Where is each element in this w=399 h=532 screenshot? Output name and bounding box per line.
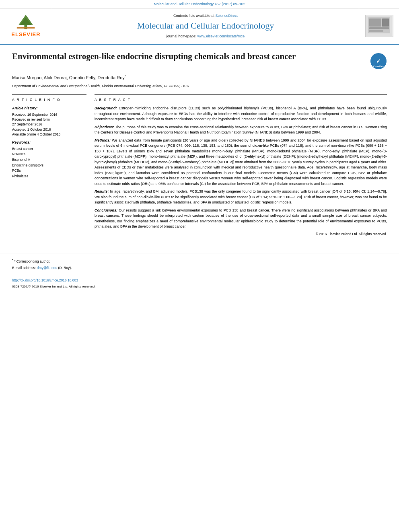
svg-rect-11 xyxy=(369,30,383,32)
copyright-line: © 2016 Elsevier Ireland Ltd. All rights … xyxy=(95,232,387,237)
article-title: Environmental estrogen-like endocrine di… xyxy=(12,51,370,62)
corresponding-author-note: * * Corresponding author. xyxy=(12,258,387,264)
main-content: Environmental estrogen-like endocrine di… xyxy=(0,45,399,245)
journal-header: ELSEVIER Contents lists available at Sci… xyxy=(0,8,399,45)
doi-link[interactable]: http://dx.doi.org/10.1016/j.mce.2016.10.… xyxy=(12,278,78,282)
doi-line: http://dx.doi.org/10.1016/j.mce.2016.10.… xyxy=(12,278,387,283)
svg-rect-8 xyxy=(369,18,381,27)
journal-top-bar: Molecular and Cellular Endocrinology 457… xyxy=(0,0,399,8)
svg-rect-10 xyxy=(369,27,389,29)
svg-rect-1 xyxy=(25,25,27,29)
footer-section: * * Corresponding author. E-mail address… xyxy=(0,258,399,295)
abstract-column: A B S T R A C T Background: Estrogen-mim… xyxy=(95,94,387,236)
footer-rule xyxy=(0,253,399,253)
abstract-heading: A B S T R A C T xyxy=(95,98,387,103)
article-info-heading: A R T I C L E I N F O xyxy=(12,98,86,103)
journal-title: Molecular and Cellular Endocrinology xyxy=(137,21,274,31)
article-history-label: Article history: xyxy=(12,106,86,111)
elsevier-logo-section: ELSEVIER xyxy=(0,8,52,44)
article-title-row: Environmental estrogen-like endocrine di… xyxy=(12,51,387,70)
corresponding-email-link[interactable]: droy@fiu.edu xyxy=(37,266,57,270)
journal-citation: Molecular and Cellular Endocrinology 457… xyxy=(154,2,245,6)
article-history-dates: Received 16 September 2016 Received in r… xyxy=(12,112,86,137)
email-footnote: E-mail address: droy@fiu.edu (D. Roy). xyxy=(12,265,387,271)
article-info-column: A R T I C L E I N F O Article history: R… xyxy=(12,94,86,236)
keywords-label: Keywords: xyxy=(12,140,86,145)
authors-text: Marisa Morgan, Alok Deoraj, Quentin Felt… xyxy=(12,75,126,80)
affiliation: Department of Environmental and Occupati… xyxy=(12,84,387,89)
svg-text:CrossMark: CrossMark xyxy=(373,65,384,68)
keyword-bisphenol-a: Bisphenol A xyxy=(12,157,86,163)
keywords-list: Breast cancer NHANES Bisphenol A Endocri… xyxy=(12,146,86,179)
elsevier-tree-icon xyxy=(14,14,38,30)
keyword-pcbs: PCBs xyxy=(12,168,86,174)
elsevier-brand-text: ELSEVIER xyxy=(11,31,40,38)
journal-small-logo xyxy=(365,15,393,37)
contents-available-line: Contents lists available at ScienceDirec… xyxy=(173,13,238,18)
journal-header-center: Contents lists available at ScienceDirec… xyxy=(52,8,359,44)
keyword-nhanes: NHANES xyxy=(12,152,86,157)
abstract-conclusions: Conclusions: Our results suggest a link … xyxy=(95,208,387,230)
journal-homepage-link[interactable]: www.elsevier.com/locate/mce xyxy=(197,34,245,38)
right-logo-icon xyxy=(366,16,392,36)
abstract-background: Background: Estrogen-mimicking endocrine… xyxy=(95,106,387,122)
two-column-layout: A R T I C L E I N F O Article history: R… xyxy=(12,94,387,236)
journal-header-right xyxy=(359,8,399,44)
svg-text:✓: ✓ xyxy=(376,58,381,64)
keyword-endocrine-disruptors: Endocrine disruptors xyxy=(12,163,86,168)
keyword-breast-cancer: Breast cancer xyxy=(12,146,86,152)
abstract-methods: Methods: We analyzed data from female pa… xyxy=(95,138,387,187)
issn-line: 0303-7207/© 2016 Elsevier Ireland Ltd. A… xyxy=(12,284,387,289)
crossmark-badge-icon[interactable]: ✓ CrossMark xyxy=(370,53,387,70)
authors-line: Marisa Morgan, Alok Deoraj, Quentin Felt… xyxy=(12,74,387,81)
science-direct-link[interactable]: ScienceDirect xyxy=(216,14,238,18)
journal-homepage-line: journal homepage: www.elsevier.com/locat… xyxy=(167,34,245,39)
keyword-phthalates: Phthalates xyxy=(12,174,86,179)
svg-rect-9 xyxy=(382,18,389,27)
abstract-objectives: Objectives: The purpose of this study wa… xyxy=(95,125,387,136)
abstract-results: Results: In age, race/ethnicity, and BMI… xyxy=(95,189,387,205)
elsevier-logo: ELSEVIER xyxy=(11,14,40,38)
